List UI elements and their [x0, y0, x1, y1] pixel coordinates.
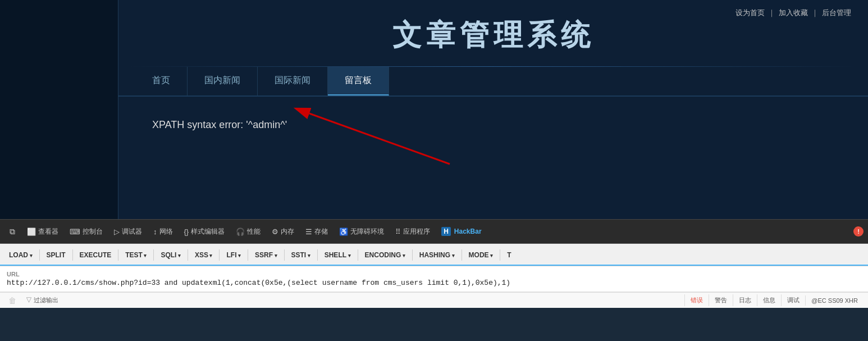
filter-output-btn[interactable]: ▽ 过滤输出 — [22, 295, 62, 306]
hb-divider-11 — [412, 249, 413, 261]
status-tabs: 错误 警告 日志 信息 调试 @EC SS09 XHR — [684, 294, 864, 306]
style-editor-icon: {} — [184, 228, 189, 236]
status-tab-debug[interactable]: 调试 — [781, 294, 805, 306]
cms-container: 设为首页 ｜ 加入收藏 ｜ 后台管理 文章管理系统 首页 国内新闻 国际新闻 留… — [118, 0, 868, 219]
status-trash-icon[interactable]: 🗑 — [4, 293, 20, 308]
status-tab-info[interactable]: 信息 — [757, 294, 781, 306]
hackbar-encoding-btn[interactable]: ENCODING — [360, 249, 410, 261]
storage-label: 存储 — [314, 227, 328, 237]
hackbar-test-btn[interactable]: TEST — [121, 249, 151, 261]
debugger-label: 调试器 — [122, 227, 142, 237]
hackbar-sqli-btn[interactable]: SQLI — [156, 249, 185, 261]
status-tab-error[interactable]: 错误 — [684, 294, 709, 306]
hackbar-lfi-btn[interactable]: LFI — [222, 249, 245, 261]
error-count-badge: ! — [853, 226, 864, 237]
hb-divider-13 — [500, 249, 500, 261]
hackbar-ssti-btn[interactable]: SSTI — [287, 249, 315, 261]
url-label: URL — [7, 271, 861, 278]
hackbar-execute-btn[interactable]: EXECUTE — [75, 249, 116, 261]
hackbar-mode-btn[interactable]: MODE — [464, 249, 498, 261]
style-editor-label: 样式编辑器 — [191, 227, 225, 237]
inspector-label: 查看器 — [38, 227, 58, 237]
hackbar-split-btn[interactable]: SPLIT — [42, 249, 70, 261]
applications-icon: ⠿ — [395, 228, 401, 236]
devtools-accessibility[interactable]: ♿ 无障碍环境 — [335, 225, 389, 239]
network-label: 网络 — [159, 227, 173, 237]
nav-bar: 首页 国内新闻 国际新闻 留言板 — [118, 67, 868, 97]
hb-divider-10 — [358, 249, 358, 261]
hackbar-ssrf-btn[interactable]: SSRF — [250, 249, 282, 261]
hackbar-toolbar: LOAD SPLIT EXECUTE TEST SQLI XSS LFI SSR… — [0, 244, 868, 266]
error-message: XPATH syntax error: '^admin^' — [152, 119, 834, 131]
devtools-style-editor[interactable]: {} 样式编辑器 — [180, 225, 230, 239]
network-icon: ↕ — [153, 228, 157, 236]
status-bar: 🗑 ▽ 过滤输出 错误 警告 日志 信息 调试 @EC SS09 XHR — [0, 292, 868, 308]
add-bookmark-link[interactable]: 加入收藏 — [779, 8, 808, 18]
set-homepage-link[interactable]: 设为首页 — [735, 8, 765, 18]
url-value[interactable]: http://127.0.0.1/cms/show.php?id=33 and … — [7, 279, 861, 287]
url-area: URL http://127.0.0.1/cms/show.php?id=33 … — [0, 266, 868, 292]
hb-divider-7 — [248, 249, 248, 261]
performance-label: 性能 — [247, 227, 261, 237]
accessibility-label: 无障碍环境 — [350, 227, 384, 237]
top-links: 设为首页 ｜ 加入收藏 ｜ 后台管理 — [735, 8, 851, 18]
memory-label: 内存 — [281, 227, 294, 237]
inspector-icon: ⬜ — [27, 228, 36, 236]
devtools-network[interactable]: ↕ 网络 — [149, 225, 177, 239]
hb-divider-6 — [219, 249, 220, 261]
devtools-memory[interactable]: ⚙ 内存 — [267, 225, 299, 239]
hb-divider-4 — [153, 249, 154, 261]
performance-icon: 🎧 — [236, 228, 245, 236]
nav-guestbook[interactable]: 留言板 — [328, 67, 389, 96]
hackbar-shell-btn[interactable]: SHELL — [320, 249, 355, 261]
devtools-applications[interactable]: ⠿ 应用程序 — [391, 225, 435, 239]
hb-divider-5 — [188, 249, 188, 261]
hb-divider-9 — [317, 249, 318, 261]
hb-divider-12 — [462, 249, 462, 261]
hackbar-t-btn[interactable]: T — [502, 249, 515, 261]
hb-divider-3 — [118, 249, 118, 261]
admin-link[interactable]: 后台管理 — [822, 8, 851, 18]
hackbar-h-icon: H — [441, 227, 451, 236]
console-icon: ⌨ — [70, 228, 80, 236]
devtools-console[interactable]: ⌨ 控制台 — [65, 225, 107, 239]
hackbar-hashing-btn[interactable]: HASHING — [415, 249, 459, 261]
devtools-hackbar[interactable]: H HackBar — [437, 225, 486, 238]
devtools-bar: ⧉ ⬜ 查看器 ⌨ 控制台 ▷ 调试器 ↕ 网络 {} 样式编辑器 🎧 性能 ⚙… — [0, 219, 868, 244]
nav-domestic[interactable]: 国内新闻 — [188, 67, 258, 96]
status-tab-log[interactable]: 日志 — [733, 294, 757, 306]
devtools-responsive-icon[interactable]: ⧉ — [4, 224, 20, 239]
applications-label: 应用程序 — [403, 227, 430, 237]
left-sidebar — [0, 0, 118, 219]
console-label: 控制台 — [83, 227, 103, 237]
devtools-debugger[interactable]: ▷ 调试器 — [109, 225, 147, 239]
hb-divider-2 — [72, 249, 73, 261]
hb-divider-8 — [284, 249, 285, 261]
accessibility-icon: ♿ — [339, 228, 348, 236]
filter-output-label: ▽ 过滤输出 — [26, 296, 58, 304]
svg-line-1 — [309, 113, 450, 164]
debugger-icon: ▷ — [114, 228, 120, 236]
devtools-performance[interactable]: 🎧 性能 — [231, 225, 265, 239]
hb-divider-1 — [39, 249, 40, 261]
status-tab-warning[interactable]: 警告 — [709, 294, 733, 306]
devtools-inspector[interactable]: ⬜ 查看器 — [22, 225, 63, 239]
memory-icon: ⚙ — [272, 228, 278, 236]
error-area: XPATH syntax error: '^admin^' — [118, 97, 868, 175]
hackbar-xss-btn[interactable]: XSS — [190, 249, 217, 261]
red-arrow — [276, 102, 455, 170]
status-tab-xhr[interactable]: @EC SS09 XHR — [805, 295, 864, 306]
nav-home[interactable]: 首页 — [135, 67, 188, 96]
hackbar-load-btn[interactable]: LOAD — [4, 249, 37, 261]
hackbar-label: HackBar — [454, 228, 482, 235]
hackbar-active-indicator — [0, 265, 868, 266]
devtools-storage[interactable]: ☰ 存储 — [301, 225, 332, 239]
nav-international[interactable]: 国际新闻 — [258, 67, 328, 96]
storage-icon: ☰ — [305, 228, 312, 236]
